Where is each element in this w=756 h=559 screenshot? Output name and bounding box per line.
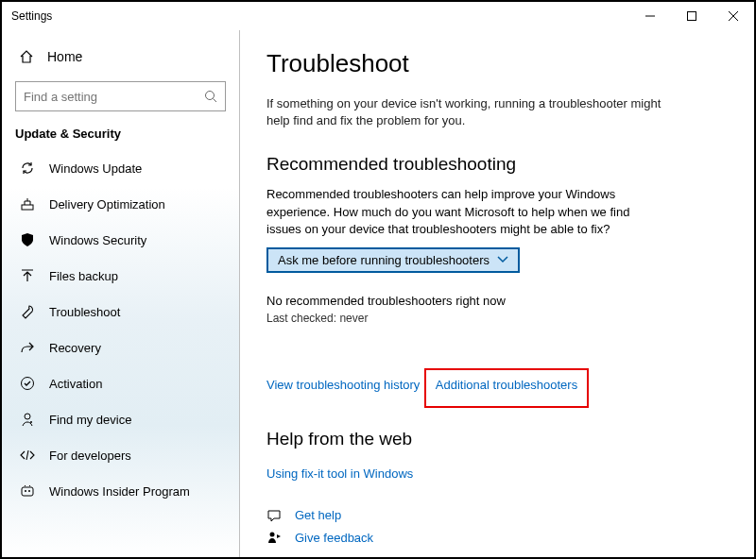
delivery-icon — [19, 195, 36, 212]
history-link[interactable]: View troubleshooting history — [266, 378, 420, 392]
shield-icon — [19, 231, 36, 248]
svg-point-4 — [206, 92, 215, 100]
svg-point-7 — [22, 378, 34, 390]
sidebar-item-insider[interactable]: Windows Insider Program — [2, 473, 239, 509]
sidebar-item-windows-security[interactable]: Windows Security — [2, 222, 239, 258]
last-checked-text: Last checked: never — [266, 312, 728, 325]
page-title: Troubleshoot — [266, 49, 728, 78]
sidebar-item-label: For developers — [49, 449, 131, 463]
backup-icon — [19, 267, 36, 284]
minimize-button[interactable] — [629, 2, 671, 30]
location-icon — [19, 411, 36, 428]
additional-troubleshooters-highlight: Additional troubleshooters — [424, 368, 589, 408]
sidebar-item-label: Files backup — [49, 269, 118, 283]
dropdown-value: Ask me before running troubleshooters — [278, 253, 490, 267]
fixit-link[interactable]: Using fix-it tool in Windows — [266, 466, 413, 481]
search-box[interactable] — [15, 81, 226, 111]
content-pane: Troubleshoot If something on your device… — [240, 30, 754, 557]
sidebar-item-recovery[interactable]: Recovery — [2, 330, 239, 365]
sidebar-item-activation[interactable]: Activation — [2, 365, 239, 401]
sidebar-item-label: Activation — [49, 377, 102, 391]
no-recommended-text: No recommended troubleshooters right now — [266, 294, 728, 308]
sidebar-item-label: Delivery Optimization — [49, 197, 165, 212]
code-icon — [19, 447, 36, 464]
home-icon — [19, 49, 34, 64]
intro-text: If something on your device isn't workin… — [266, 95, 663, 129]
minimize-icon — [645, 11, 655, 21]
sidebar-nav: Windows Update Delivery Optimization Win… — [2, 150, 239, 509]
recommended-heading: Recommended troubleshooting — [266, 154, 728, 175]
sidebar-item-label: Windows Update — [49, 161, 142, 176]
recommendation-dropdown[interactable]: Ask me before running troubleshooters — [266, 247, 520, 273]
maximize-button[interactable] — [671, 2, 713, 30]
sidebar-item-label: Recovery — [49, 341, 101, 355]
chevron-down-icon — [497, 256, 508, 263]
additional-troubleshooters-link[interactable]: Additional troubleshooters — [436, 378, 577, 392]
help-heading: Help from the web — [266, 429, 728, 449]
svg-point-9 — [30, 421, 32, 423]
svg-point-13 — [270, 532, 275, 536]
title-bar: Settings — [2, 2, 754, 30]
sidebar-home-label: Home — [47, 49, 82, 64]
maximize-icon — [687, 11, 696, 21]
sidebar: Home Update & Security Windows Update De… — [2, 30, 240, 557]
sync-icon — [19, 160, 36, 177]
svg-rect-10 — [22, 487, 33, 496]
get-help-row[interactable]: Get help — [266, 508, 728, 523]
sidebar-item-delivery-optimization[interactable]: Delivery Optimization — [2, 186, 239, 222]
recovery-icon — [19, 339, 36, 356]
give-feedback-link[interactable]: Give feedback — [295, 531, 373, 545]
window-title: Settings — [11, 9, 629, 23]
svg-rect-1 — [688, 12, 696, 21]
sidebar-item-label: Troubleshoot — [49, 305, 120, 319]
check-circle-icon — [19, 375, 36, 392]
svg-line-5 — [214, 99, 217, 103]
chat-icon — [266, 508, 284, 523]
give-feedback-row[interactable]: Give feedback — [266, 531, 728, 546]
sidebar-item-find-my-device[interactable]: Find my device — [2, 401, 239, 437]
sidebar-item-for-developers[interactable]: For developers — [2, 437, 239, 473]
svg-point-12 — [28, 490, 30, 492]
sidebar-item-windows-update[interactable]: Windows Update — [2, 150, 239, 186]
sidebar-home[interactable]: Home — [2, 40, 239, 74]
get-help-link[interactable]: Get help — [295, 508, 341, 522]
svg-rect-6 — [22, 205, 33, 210]
search-icon — [204, 90, 217, 103]
wrench-icon — [19, 303, 36, 320]
sidebar-item-files-backup[interactable]: Files backup — [2, 258, 239, 294]
insider-icon — [19, 483, 36, 500]
search-input[interactable] — [24, 90, 204, 104]
close-icon — [729, 11, 738, 21]
sidebar-item-troubleshoot[interactable]: Troubleshoot — [2, 294, 239, 330]
svg-point-11 — [25, 490, 26, 492]
sidebar-category: Update & Security — [2, 121, 239, 150]
recommended-text: Recommended troubleshooters can help imp… — [266, 186, 663, 238]
sidebar-item-label: Find my device — [49, 413, 131, 427]
feedback-icon — [266, 531, 284, 546]
sidebar-item-label: Windows Security — [49, 233, 146, 247]
sidebar-item-label: Windows Insider Program — [49, 484, 190, 499]
close-button[interactable] — [713, 2, 754, 30]
svg-point-8 — [25, 414, 30, 419]
